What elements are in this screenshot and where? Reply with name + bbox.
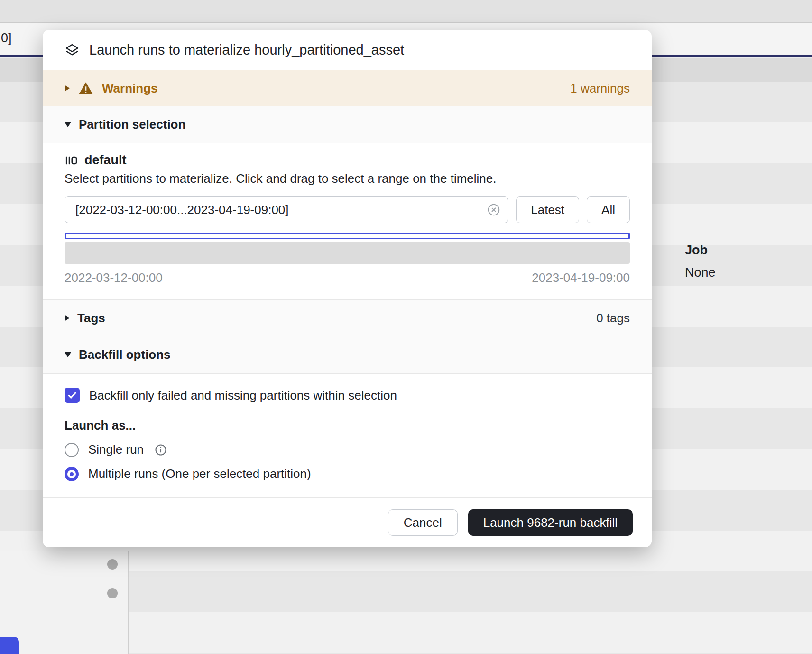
multiple-runs-radio-row[interactable]: Multiple runs (One per selected partitio… (65, 467, 630, 481)
backfill-options-toggle[interactable]: Backfill options (43, 336, 652, 374)
timeline-selection-range[interactable] (65, 233, 630, 239)
status-dot (107, 588, 118, 598)
dialog-header: Launch runs to materialize hourly_partit… (43, 30, 652, 70)
backfill-options-header: Backfill options (79, 347, 171, 362)
materialize-layers-icon (65, 43, 80, 58)
warnings-section-toggle[interactable]: Warnings 1 warnings (43, 70, 652, 106)
background-job-column: Job None (685, 243, 716, 280)
timeline-start-label: 2022-03-12-00:00 (65, 271, 163, 285)
single-run-label: Single run (88, 442, 144, 457)
partition-dimension-row: default (65, 153, 630, 168)
tags-header: Tags (77, 311, 105, 326)
partition-selection-description: Select partitions to materialize. Click … (65, 171, 630, 186)
status-dot (107, 559, 118, 570)
partition-range-input[interactable] (65, 196, 508, 223)
backfill-checkbox-label: Backfill only failed and missing partiti… (89, 388, 397, 403)
timeline-partition-bar[interactable] (65, 242, 630, 264)
clear-input-icon[interactable] (487, 203, 501, 217)
warnings-count: 1 warnings (570, 81, 630, 96)
chevron-right-icon (65, 85, 70, 92)
chevron-down-icon (65, 352, 71, 357)
tags-count: 0 tags (596, 311, 630, 326)
background-side-panel (0, 551, 129, 654)
dialog-title: Launch runs to materialize hourly_partit… (89, 42, 404, 58)
radio-selected-icon[interactable] (65, 467, 79, 481)
partition-selection-content: default Select partitions to materialize… (43, 143, 652, 299)
all-button[interactable]: All (587, 196, 630, 223)
timeline-end-label: 2023-04-19-09:00 (532, 271, 630, 285)
partition-dimension-icon (65, 154, 78, 167)
job-column-value: None (685, 265, 716, 280)
tags-section-toggle[interactable]: Tags 0 tags (43, 299, 652, 336)
info-icon[interactable] (154, 443, 167, 457)
partition-range-controls: Latest All (65, 196, 630, 223)
partition-dimension-name: default (84, 153, 127, 168)
latest-button[interactable]: Latest (516, 196, 579, 223)
dialog-footer: Cancel Launch 9682-run backfill (43, 497, 652, 547)
launch-as-label: Launch as... (65, 418, 630, 433)
job-column-header: Job (685, 243, 716, 258)
chevron-down-icon (65, 122, 71, 127)
multiple-runs-label: Multiple runs (One per selected partitio… (88, 467, 311, 481)
partition-selection-toggle[interactable]: Partition selection (43, 106, 652, 143)
radio-unselected-icon[interactable] (65, 443, 79, 457)
background-top-bar (0, 0, 812, 23)
background-blue-tile (0, 637, 19, 654)
checkbox-checked-icon[interactable] (65, 388, 80, 403)
chevron-right-icon (65, 315, 70, 321)
partition-selection-header: Partition selection (79, 117, 185, 132)
launch-backfill-button[interactable]: Launch 9682-run backfill (468, 509, 633, 536)
backfill-failed-missing-checkbox-row[interactable]: Backfill only failed and missing partiti… (65, 388, 630, 403)
cancel-button[interactable]: Cancel (388, 509, 458, 536)
timeline-labels: 2022-03-12-00:00 2023-04-19-09:00 (65, 271, 630, 285)
launch-backfill-dialog: Launch runs to materialize hourly_partit… (43, 30, 652, 547)
background-partial-text: 0] (1, 31, 12, 46)
single-run-radio-row[interactable]: Single run (65, 442, 630, 457)
partition-range-input-wrap (65, 196, 508, 223)
backfill-options-content: Backfill only failed and missing partiti… (43, 374, 652, 497)
warnings-label: Warnings (102, 81, 157, 96)
warning-triangle-icon (78, 81, 93, 96)
